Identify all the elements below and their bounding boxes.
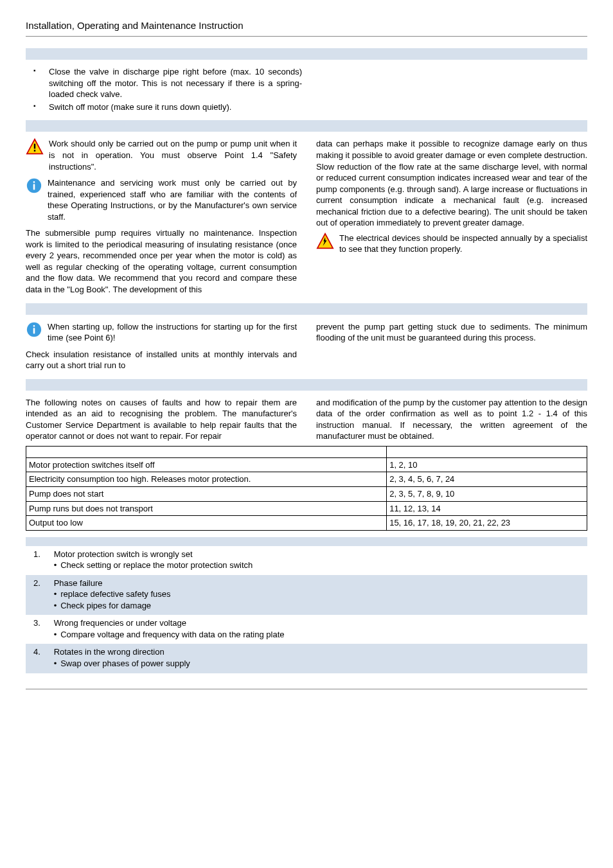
faults-table: Motor protection switches itself off 1, … bbox=[26, 446, 587, 531]
remedy-sub: Swap over phases of power supply bbox=[54, 658, 577, 669]
remedy-number: 3. bbox=[33, 617, 51, 629]
standstill-left-col: When starting up, follow the instruction… bbox=[26, 321, 297, 371]
remedy-number: 1. bbox=[33, 549, 51, 560]
codes-cell: 15, 16, 17, 18, 19, 20, 21, 22, 23 bbox=[387, 516, 587, 531]
remedy-title: Motor protection switch is wrongly set bbox=[54, 549, 193, 559]
section-bar-faults bbox=[26, 379, 587, 391]
remedy-sub: Compare voltage and frequency with data … bbox=[54, 629, 577, 641]
warning-triangle-icon bbox=[26, 138, 44, 155]
remedy-sub: Check setting or replace the motor prote… bbox=[54, 560, 577, 571]
info-circle-icon bbox=[26, 321, 42, 338]
svg-rect-2 bbox=[34, 150, 35, 152]
section-bar-maintenance bbox=[26, 120, 587, 132]
shutdown-item: Switch off motor (make sure it runs down… bbox=[33, 102, 302, 113]
faults-intro-right: and modification of the pump by the cust… bbox=[316, 397, 587, 442]
svg-rect-1 bbox=[34, 144, 35, 149]
warning-triangle-icon bbox=[316, 233, 334, 249]
fault-cell: Output too low bbox=[26, 516, 387, 531]
warning-text-2: The electrical devices should be inspect… bbox=[339, 233, 587, 255]
fault-cell: Electricity consumption too high. Releas… bbox=[26, 472, 387, 487]
remedy-item: 1. Motor protection switch is wrongly se… bbox=[26, 546, 587, 575]
header-rule bbox=[26, 36, 587, 37]
codes-cell: 1, 2, 10 bbox=[387, 457, 587, 472]
fault-cell: Motor protection switches itself off bbox=[26, 457, 387, 472]
svg-rect-9 bbox=[33, 328, 35, 333]
table-row: Output too low 15, 16, 17, 18, 19, 20, 2… bbox=[26, 516, 587, 531]
warning-block: Work should only be carried out on the p… bbox=[26, 138, 297, 172]
faults-right-text: and modification of the pump by the cust… bbox=[316, 397, 587, 442]
info-circle-icon bbox=[26, 177, 42, 194]
remedy-item: 4. Rotates in the wrong direction Swap o… bbox=[26, 644, 587, 673]
maintenance-left-col: Work should only be carried out on the p… bbox=[26, 138, 297, 295]
codes-cell: 2, 3, 4, 5, 6, 7, 24 bbox=[387, 472, 587, 487]
maintenance-body-right-1: data can perhaps make it possible to rec… bbox=[316, 138, 587, 161]
maintenance-body-left: The submersible pump requires virtually … bbox=[26, 227, 297, 295]
fault-cell: Pump does not start bbox=[26, 487, 387, 502]
table-row: Pump does not start 2, 3, 5, 7, 8, 9, 10 bbox=[26, 487, 587, 502]
maintenance-right-col: data can perhaps make it possible to rec… bbox=[316, 138, 587, 295]
table-row: Electricity consumption too high. Releas… bbox=[26, 472, 587, 487]
faults-left-text: The following notes on causes of faults … bbox=[26, 397, 297, 442]
remedy-item: 3. Wrong frequencies or under voltage Co… bbox=[26, 615, 587, 644]
standstill-right-col: prevent the pump part getting stuck due … bbox=[316, 321, 587, 371]
standstill-info-text: When starting up, follow the instruction… bbox=[48, 321, 297, 344]
remedy-number: 4. bbox=[33, 646, 51, 658]
remedy-item: 2. Phase failure replace defective safet… bbox=[26, 575, 587, 616]
table-header-row bbox=[26, 446, 587, 457]
warning-text: Work should only be carried out on the p… bbox=[49, 138, 297, 172]
svg-rect-8 bbox=[33, 325, 35, 327]
remedy-title: Phase failure bbox=[54, 578, 103, 588]
codes-cell: 11, 12, 13, 14 bbox=[387, 501, 587, 516]
remedy-title: Rotates in the wrong direction bbox=[54, 647, 164, 657]
remedy-number: 2. bbox=[33, 578, 51, 589]
page-title: Installation, Operating and Maintenance … bbox=[26, 19, 587, 32]
shutdown-item: Close the valve in discharge pipe right … bbox=[33, 66, 302, 100]
svg-rect-5 bbox=[33, 184, 35, 190]
shutdown-list: Close the valve in discharge pipe right … bbox=[26, 66, 302, 112]
remedy-sub: Check pipes for damage bbox=[54, 600, 577, 612]
info-block: Maintenance and servicing work must only… bbox=[26, 177, 297, 222]
warning-block-2: The electrical devices should be inspect… bbox=[316, 233, 587, 255]
standstill-left-body: Check insulation resistance of installed… bbox=[26, 349, 297, 371]
table-row: Pump runs but does not transport 11, 12,… bbox=[26, 501, 587, 516]
standstill-right-body: prevent the pump part getting stuck due … bbox=[316, 321, 587, 344]
remedy-list: 1. Motor protection switch is wrongly se… bbox=[26, 546, 587, 673]
info-text: Maintenance and servicing work must only… bbox=[48, 177, 297, 222]
section-bar-remedies bbox=[26, 537, 587, 546]
remedy-title: Wrong frequencies or under voltage bbox=[54, 618, 186, 628]
footer-rule bbox=[26, 689, 587, 689]
faults-intro-left: The following notes on causes of faults … bbox=[26, 397, 297, 442]
codes-cell: 2, 3, 5, 7, 8, 9, 10 bbox=[387, 487, 587, 502]
fault-cell: Pump runs but does not transport bbox=[26, 501, 387, 516]
section-bar-standstill bbox=[26, 303, 587, 315]
maintenance-body-right-2: Slow reduction of the flow rate at the s… bbox=[316, 161, 587, 229]
remedy-sub: replace defective safety fuses bbox=[54, 589, 577, 600]
table-row: Motor protection switches itself off 1, … bbox=[26, 457, 587, 472]
info-block-2: When starting up, follow the instruction… bbox=[26, 321, 297, 344]
section-bar-shutdown bbox=[26, 48, 587, 60]
svg-rect-4 bbox=[33, 181, 35, 183]
